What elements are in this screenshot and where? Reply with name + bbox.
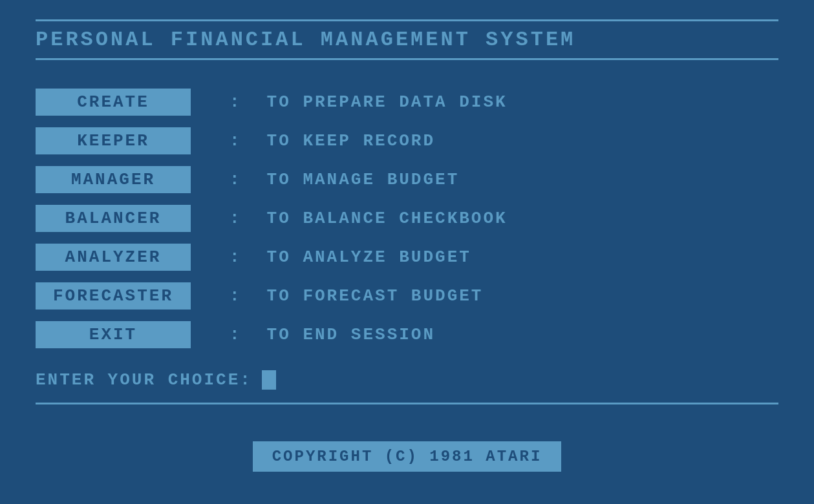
manager-button[interactable]: MANAGER (36, 166, 191, 193)
title-bar: PERSONAL FINANCIAL MANAGEMENT SYSTEM (36, 19, 778, 60)
colon-0: : (230, 92, 241, 112)
desc-forecaster: TO FORECAST BUDGET (267, 286, 484, 306)
menu-area: CREATE : TO PREPARE DATA DISK KEEPER : T… (36, 79, 778, 404)
input-label: ENTER YOUR CHOICE: (36, 370, 252, 390)
menu-row-manager: MANAGER : TO MANAGE BUDGET (36, 163, 778, 196)
desc-keeper: TO KEEP RECORD (267, 131, 435, 151)
exit-button[interactable]: EXIT (36, 321, 191, 348)
desc-manager: TO MANAGE BUDGET (267, 170, 460, 189)
main-screen: PERSONAL FINANCIAL MANAGEMENT SYSTEM CRE… (0, 0, 814, 504)
colon-4: : (230, 247, 241, 267)
desc-exit: TO END SESSION (267, 325, 435, 344)
desc-create: TO PREPARE DATA DISK (267, 92, 508, 112)
colon-5: : (230, 286, 241, 306)
forecaster-button[interactable]: FORECASTER (36, 282, 191, 310)
menu-row-analyzer: ANALYZER : TO ANALYZE BUDGET (36, 241, 778, 273)
desc-balancer: TO BALANCE CHECKBOOK (267, 209, 508, 228)
colon-1: : (230, 131, 241, 151)
spacer (36, 404, 778, 441)
keeper-button[interactable]: KEEPER (36, 127, 191, 154)
balancer-button[interactable]: BALANCER (36, 205, 191, 232)
create-button[interactable]: CREATE (36, 89, 191, 116)
menu-row-create: CREATE : TO PREPARE DATA DISK (36, 86, 778, 118)
copyright-text: COPYRIGHT (C) 1981 ATARI (253, 441, 562, 472)
analyzer-button[interactable]: ANALYZER (36, 244, 191, 271)
menu-row-exit: EXIT : TO END SESSION (36, 319, 778, 351)
menu-row-balancer: BALANCER : TO BALANCE CHECKBOOK (36, 202, 778, 235)
copyright-bar: COPYRIGHT (C) 1981 ATARI (36, 441, 778, 472)
desc-analyzer: TO ANALYZE BUDGET (267, 247, 471, 267)
input-row: ENTER YOUR CHOICE: (36, 370, 778, 404)
app-title: PERSONAL FINANCIAL MANAGEMENT SYSTEM (36, 28, 575, 52)
menu-row-keeper: KEEPER : TO KEEP RECORD (36, 125, 778, 157)
cursor-block[interactable] (262, 370, 276, 390)
colon-2: : (230, 170, 241, 189)
colon-3: : (230, 209, 241, 228)
colon-6: : (230, 325, 241, 344)
menu-row-forecaster: FORECASTER : TO FORECAST BUDGET (36, 280, 778, 312)
